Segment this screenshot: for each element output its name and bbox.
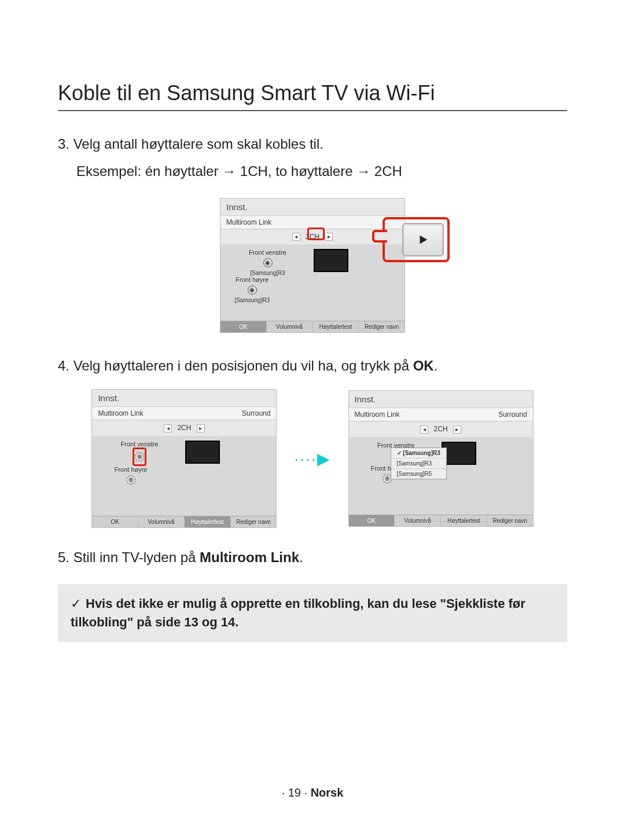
step-5: 5. Still inn TV-lyden på Multiroom Link.	[58, 548, 567, 568]
step-5-num: 5.	[58, 549, 69, 565]
speaker-dropdown[interactable]: [Samsung]R3 [Samsung]R3 [Samsung]R5	[391, 447, 447, 479]
tv-icon	[185, 441, 220, 464]
callout	[383, 217, 450, 262]
panel-subtitle: Multiroom Link Surround	[92, 406, 276, 420]
panel-sub-label: Multiroom Link	[355, 410, 400, 419]
panel-mode-label: Surround	[242, 409, 270, 417]
speaker-add-icon[interactable]: ⊕	[126, 475, 135, 485]
step-5-b: Multiroom Link	[200, 549, 299, 565]
footer-vol[interactable]: Volumnivå	[395, 515, 441, 526]
page-language: Norsk	[311, 786, 344, 799]
front-right-label: Front høyre	[98, 466, 163, 473]
panel-title: Innst.	[92, 390, 276, 406]
page-footer: · 19 · Norsk	[0, 786, 625, 799]
step-3-example: Eksempel: én høyttaler → 1CH, to høyttal…	[58, 162, 567, 182]
speaker-left-col: Front venstre ◉ [Samsung]R3	[226, 249, 309, 276]
note-text: Hvis det ikke er mulig å opprette en til…	[71, 596, 525, 629]
panel-footer: OK Volumnivå Høyttalertest Rediger navn	[220, 321, 405, 332]
speaker-area: Front venstre Front høyre ⊕ [Samsung]R3 …	[349, 437, 533, 515]
speaker-a-label: [Samsung]R3	[226, 270, 309, 276]
channel-right-icon[interactable]: ▸	[325, 233, 333, 241]
footer-test[interactable]: Høyttalertest	[441, 515, 487, 526]
tv-icon	[442, 442, 476, 465]
panel-subtitle: Multiroom Link Surround	[349, 408, 533, 421]
highlight-box	[307, 228, 325, 240]
panel-title: Innst.	[349, 391, 533, 408]
speaker-left-col: Front venstre ⊕	[98, 441, 181, 466]
step-3-text: Velg antall høyttalere som skal kobles t…	[73, 136, 323, 152]
channel-value: 2CH	[177, 424, 191, 432]
step-4-num: 4.	[58, 358, 69, 373]
step-4-text-a: Velg høyttaleren i den posisjonen du vil…	[73, 358, 413, 373]
step-5-text-c: .	[299, 549, 303, 565]
footer-ok[interactable]: OK	[92, 516, 138, 527]
dropdown-option[interactable]: [Samsung]R5	[391, 469, 446, 479]
arrow-icon: →	[222, 163, 236, 179]
channel-value: 2CH	[434, 425, 448, 433]
tv-settings-panel: Innst. Multiroom Link ◂ 2CH ▸ Front vens…	[220, 198, 405, 333]
panel-footer: OK Volumnivå Høyttalertest Rediger navn	[349, 515, 533, 526]
step-4: 4. Velg høyttaleren i den posisjonen du …	[58, 356, 567, 376]
footer-vol[interactable]: Volumnivå	[138, 516, 185, 527]
speaker-icon: ◉	[248, 285, 257, 295]
dropdown-option-selected[interactable]: [Samsung]R3	[391, 448, 446, 458]
channel-left-icon[interactable]: ◂	[292, 233, 300, 241]
figure-step4: Innst. Multiroom Link Surround ◂ 2CH ▸ F…	[58, 389, 567, 528]
panel-subtitle: Multiroom Link	[220, 215, 405, 229]
speaker-area: Front venstre ◉ [Samsung]R3 Front høyre …	[220, 244, 405, 321]
tv-panel-left: Innst. Multiroom Link Surround ◂ 2CH ▸ F…	[91, 389, 277, 528]
play-icon	[417, 233, 429, 246]
panel-title: Innst.	[220, 199, 405, 215]
channel-left-icon[interactable]: ◂	[420, 425, 428, 434]
panel-sub-label: Multiroom Link	[98, 409, 143, 417]
page-number: · 19 ·	[282, 786, 307, 799]
speaker-b-label: [Samsung]R3	[226, 297, 278, 303]
play-button[interactable]	[402, 223, 444, 256]
tv-panel-right: Innst. Multiroom Link Surround ◂ 2CH ▸ F…	[348, 390, 534, 527]
note-box: ✓Hvis det ikke er mulig å opprette en ti…	[58, 584, 567, 642]
footer-edit[interactable]: Rediger navn	[487, 515, 533, 526]
panel-mode-label: Surround	[498, 410, 527, 419]
channel-right-icon[interactable]: ▸	[197, 424, 205, 432]
speaker-right-col: Front høyre ⊕	[98, 466, 163, 487]
panel-footer: OK Volumnivå Høyttalertest Rediger navn	[92, 516, 276, 527]
footer-edit[interactable]: Rediger navn	[231, 516, 277, 527]
footer-edit[interactable]: Rediger navn	[359, 321, 405, 332]
callout-stem	[372, 230, 387, 243]
callout-frame	[383, 217, 450, 262]
figure-step3: Innst. Multiroom Link ◂ 2CH ▸ Front vens…	[58, 198, 567, 333]
speaker-right-col: Front høyre ◉ [Samsung]R3	[226, 276, 278, 303]
speaker-area: Front venstre ⊕ Front høyre ⊕	[92, 436, 276, 516]
highlight-selection: ⊕	[133, 447, 146, 466]
footer-ok[interactable]: OK	[220, 321, 267, 332]
footer-test[interactable]: Høyttalertest	[185, 516, 231, 527]
tv-icon	[314, 249, 348, 272]
panel-sub-label: Multiroom Link	[226, 218, 271, 226]
front-left-label: Front venstre	[226, 249, 309, 256]
step-3-example-b: 1CH, to høyttalere	[236, 163, 356, 179]
check-icon: ✓	[71, 596, 81, 611]
arrow-icon: →	[356, 163, 370, 179]
channel-selector: ◂ 2CH ▸	[349, 421, 533, 437]
front-right-label: Front høyre	[226, 276, 278, 283]
step-3: 3. Velg antall høyttalere som skal koble…	[58, 134, 567, 155]
step-3-example-a: Eksempel: én høyttaler	[76, 163, 222, 179]
front-left-label: Front venstre	[98, 441, 181, 447]
page-title: Koble til en Samsung Smart TV via Wi-Fi	[58, 81, 567, 111]
step-4-ok: OK	[413, 358, 434, 373]
speaker-add-icon[interactable]: ⊕	[135, 452, 144, 461]
speaker-icon: ◉	[263, 258, 273, 267]
footer-test[interactable]: Høyttalertest	[313, 321, 359, 332]
footer-vol[interactable]: Volumnivå	[267, 321, 313, 332]
transition-arrow-icon: ····▶	[294, 449, 330, 468]
step-3-example-c: 2CH	[370, 163, 402, 179]
step-4-text-c: .	[434, 358, 438, 373]
step-5-text-a: Still inn TV-lyden på	[73, 549, 200, 565]
channel-selector: ◂ 2CH ▸	[92, 420, 276, 436]
channel-left-icon[interactable]: ◂	[164, 424, 172, 432]
channel-right-icon[interactable]: ▸	[453, 425, 461, 434]
footer-ok[interactable]: OK	[349, 515, 395, 526]
dropdown-option[interactable]: [Samsung]R3	[391, 458, 446, 469]
step-3-num: 3.	[58, 136, 69, 152]
